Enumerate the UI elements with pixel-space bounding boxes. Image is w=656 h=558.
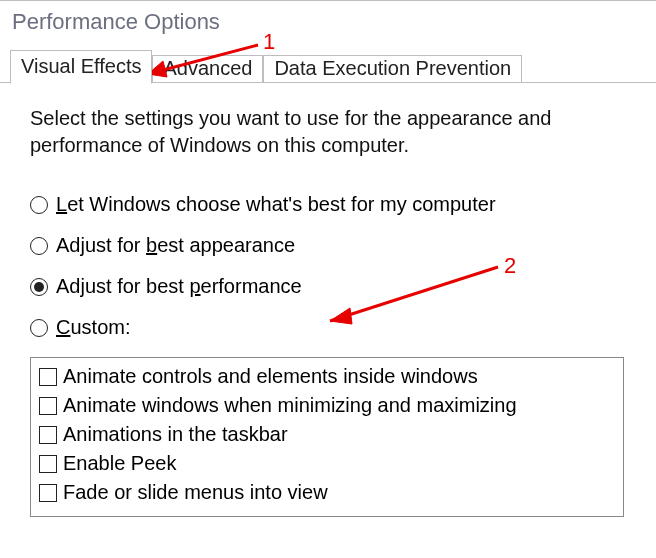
checkbox-animate-windows[interactable]: Animate windows when minimizing and maxi… — [39, 391, 615, 420]
checkbox-enable-peek[interactable]: Enable Peek — [39, 449, 615, 478]
radio-best-appearance[interactable]: Adjust for best appearance — [30, 234, 628, 257]
tab-content: Select the settings you want to use for … — [0, 83, 656, 517]
radio-icon — [30, 278, 48, 296]
radio-icon — [30, 319, 48, 337]
radio-let-windows-choose[interactable]: Let Windows choose what's best for my co… — [30, 193, 628, 216]
radio-label: Let Windows choose what's best for my co… — [56, 193, 496, 216]
checkbox-animate-controls[interactable]: Animate controls and elements inside win… — [39, 362, 615, 391]
checkbox-label: Enable Peek — [63, 449, 176, 478]
radio-custom[interactable]: Custom: — [30, 316, 628, 339]
checkbox-icon — [39, 455, 57, 473]
tab-advanced[interactable]: Advanced — [152, 55, 263, 83]
checkbox-icon — [39, 426, 57, 444]
effects-listbox[interactable]: Animate controls and elements inside win… — [30, 357, 624, 517]
instruction-text: Select the settings you want to use for … — [30, 105, 628, 159]
radio-label: Custom: — [56, 316, 130, 339]
checkbox-icon — [39, 484, 57, 502]
radio-best-performance[interactable]: Adjust for best performance — [30, 275, 628, 298]
checkbox-label: Animations in the taskbar — [63, 420, 288, 449]
checkbox-icon — [39, 397, 57, 415]
radio-label: Adjust for best performance — [56, 275, 302, 298]
radio-label: Adjust for best appearance — [56, 234, 295, 257]
tab-dep[interactable]: Data Execution Prevention — [263, 55, 522, 83]
performance-options-window: Performance Options Visual Effects Advan… — [0, 0, 656, 558]
checkbox-fade-menus[interactable]: Fade or slide menus into view — [39, 478, 615, 507]
window-title: Performance Options — [0, 1, 656, 49]
radio-icon — [30, 196, 48, 214]
checkbox-label: Fade or slide menus into view — [63, 478, 328, 507]
tab-label: Advanced — [163, 57, 252, 80]
checkbox-icon — [39, 368, 57, 386]
radio-icon — [30, 237, 48, 255]
tab-strip: Visual Effects Advanced Data Execution P… — [0, 49, 656, 83]
tab-label: Data Execution Prevention — [274, 57, 511, 80]
checkbox-label: Animate controls and elements inside win… — [63, 362, 478, 391]
checkbox-label: Animate windows when minimizing and maxi… — [63, 391, 517, 420]
tab-visual-effects[interactable]: Visual Effects — [10, 50, 152, 84]
checkbox-animations-taskbar[interactable]: Animations in the taskbar — [39, 420, 615, 449]
tab-label: Visual Effects — [21, 55, 141, 78]
